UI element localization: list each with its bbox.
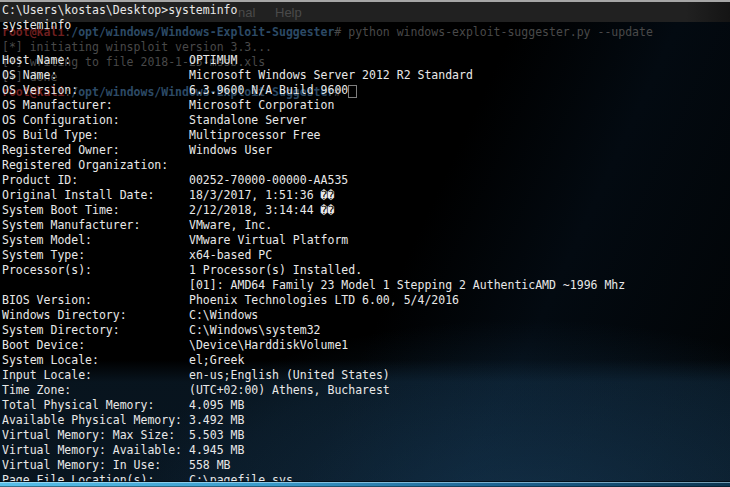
systeminfo-row: Available Physical Memory:3.492 MB xyxy=(2,413,625,428)
systeminfo-value: 558 MB xyxy=(189,458,231,473)
systeminfo-row: Virtual Memory: In Use:558 MB xyxy=(2,458,625,473)
systeminfo-value: C:\Windows xyxy=(189,308,258,323)
systeminfo-value: VMware Virtual Platform xyxy=(189,233,348,248)
systeminfo-label: OS Configuration: xyxy=(2,113,189,128)
systeminfo-label: Registered Organization: xyxy=(2,158,189,173)
systeminfo-row: OS Manufacturer:Microsoft Corporation xyxy=(2,98,625,113)
systeminfo-label: System Boot Time: xyxy=(2,203,189,218)
systeminfo-label: Virtual Memory: In Use: xyxy=(2,458,189,473)
systeminfo-row: Registered Owner:Windows User xyxy=(2,143,625,158)
command-echo: systeminfo xyxy=(2,18,71,33)
systeminfo-label: System Locale: xyxy=(2,353,189,368)
systeminfo-row: Host Name:OPTIMUM xyxy=(2,53,625,68)
systeminfo-row: Boot Device:\Device\HarddiskVolume1 xyxy=(2,338,625,353)
systeminfo-label: Input Locale: xyxy=(2,368,189,383)
systeminfo-label: OS Build Type: xyxy=(2,128,189,143)
systeminfo-label: Original Install Date: xyxy=(2,188,189,203)
systeminfo-value: Phoenix Technologies LTD 6.00, 5/4/2016 xyxy=(189,293,459,308)
systeminfo-row: Total Physical Memory:4.095 MB xyxy=(2,398,625,413)
systeminfo-row: System Manufacturer:VMware, Inc. xyxy=(2,218,625,233)
systeminfo-label: OS Version: xyxy=(2,83,189,98)
systeminfo-row: Virtual Memory: Available:4.945 MB xyxy=(2,443,625,458)
systeminfo-value: 4.945 MB xyxy=(189,443,244,458)
systeminfo-label: System Manufacturer: xyxy=(2,218,189,233)
systeminfo-label: Virtual Memory: Max Size: xyxy=(2,428,189,443)
systeminfo-value: (UTC+02:00) Athens, Bucharest xyxy=(189,383,390,398)
systeminfo-value: Microsoft Windows Server 2012 R2 Standar… xyxy=(189,68,473,83)
systeminfo-label: System Directory: xyxy=(2,323,189,338)
systeminfo-row: OS Configuration:Standalone Server xyxy=(2,113,625,128)
systeminfo-value: 3.492 MB xyxy=(189,413,244,428)
systeminfo-value: Microsoft Corporation xyxy=(189,98,334,113)
systeminfo-row: System Locale:el;Greek xyxy=(2,353,625,368)
systeminfo-row: System Directory:C:\Windows\system32 xyxy=(2,323,625,338)
systeminfo-value: 2/12/2018, 3:14:44 �� xyxy=(189,203,334,218)
systeminfo-value: OPTIMUM xyxy=(189,53,237,68)
systeminfo-row: OS Version:6.3.9600 N/A Build 9600 xyxy=(2,83,625,98)
systeminfo-value: [01]: AMD64 Family 23 Model 1 Stepping 2… xyxy=(189,278,625,293)
systeminfo-row: Time Zone:(UTC+02:00) Athens, Bucharest xyxy=(2,383,625,398)
systeminfo-label: System Type: xyxy=(2,248,189,263)
systeminfo-value: 5.503 MB xyxy=(189,428,244,443)
systeminfo-row: BIOS Version:Phoenix Technologies LTD 6.… xyxy=(2,293,625,308)
systeminfo-row: Processor(s):1 Processor(s) Installed. xyxy=(2,263,625,278)
systeminfo-label: Product ID: xyxy=(2,173,189,188)
systeminfo-label: Time Zone: xyxy=(2,383,189,398)
systeminfo-label: OS Manufacturer: xyxy=(2,98,189,113)
systeminfo-label: Total Physical Memory: xyxy=(2,398,189,413)
systeminfo-label: OS Name: xyxy=(2,68,189,83)
systeminfo-row: System Type:x64-based PC xyxy=(2,248,625,263)
systeminfo-label: Registered Owner: xyxy=(2,143,189,158)
systeminfo-label xyxy=(2,278,189,293)
foreground-terminal[interactable]: C:\Users\kostas\Desktop>systeminfo syste… xyxy=(0,0,730,487)
systeminfo-value: Windows User xyxy=(189,143,272,158)
systeminfo-row: Virtual Memory: Max Size:5.503 MB xyxy=(2,428,625,443)
systeminfo-value: 6.3.9600 N/A Build 9600 xyxy=(189,83,348,98)
systeminfo-row: Registered Organization: xyxy=(2,158,625,173)
systeminfo-value: Multiprocessor Free xyxy=(189,128,321,143)
systeminfo-label: Processor(s): xyxy=(2,263,189,278)
systeminfo-value: \Device\HarddiskVolume1 xyxy=(189,338,348,353)
systeminfo-value: en-us;English (United States) xyxy=(189,368,390,383)
systeminfo-row: OS Name:Microsoft Windows Server 2012 R2… xyxy=(2,68,625,83)
systeminfo-label: Windows Directory: xyxy=(2,308,189,323)
systeminfo-row: OS Build Type:Multiprocessor Free xyxy=(2,128,625,143)
systeminfo-value: C:\Windows\system32 xyxy=(189,323,321,338)
systeminfo-label: BIOS Version: xyxy=(2,293,189,308)
systeminfo-value: x64-based PC xyxy=(189,248,272,263)
window-edge-highlight xyxy=(0,482,730,487)
systeminfo-row: Input Locale:en-us;English (United State… xyxy=(2,368,625,383)
systeminfo-row: Windows Directory:C:\Windows xyxy=(2,308,625,323)
systeminfo-value: 00252-70000-00000-AA535 xyxy=(189,173,348,188)
systeminfo-value: 1 Processor(s) Installed. xyxy=(189,263,362,278)
shell-prompt-line: C:\Users\kostas\Desktop>systeminfo xyxy=(2,3,237,18)
systeminfo-label: Boot Device: xyxy=(2,338,189,353)
desktop: nalHelp root@kali:/opt/windows/Windows-E… xyxy=(0,0,730,487)
systeminfo-value: VMware, Inc. xyxy=(189,218,272,233)
systeminfo-value: Standalone Server xyxy=(189,113,307,128)
systeminfo-value: el;Greek xyxy=(189,353,244,368)
systeminfo-row: System Boot Time:2/12/2018, 3:14:44 �� xyxy=(2,203,625,218)
systeminfo-row: Original Install Date:18/3/2017, 1:51:36… xyxy=(2,188,625,203)
systeminfo-value: 4.095 MB xyxy=(189,398,244,413)
systeminfo-label: Available Physical Memory: xyxy=(2,413,189,428)
systeminfo-row: Product ID:00252-70000-00000-AA535 xyxy=(2,173,625,188)
systeminfo-label: System Model: xyxy=(2,233,189,248)
systeminfo-value: 18/3/2017, 1:51:36 �� xyxy=(189,188,334,203)
systeminfo-label: Host Name: xyxy=(2,53,189,68)
systeminfo-label: Virtual Memory: Available: xyxy=(2,443,189,458)
systeminfo-row: [01]: AMD64 Family 23 Model 1 Stepping 2… xyxy=(2,278,625,293)
systeminfo-output: Host Name:OPTIMUMOS Name:Microsoft Windo… xyxy=(2,53,625,487)
systeminfo-row: System Model:VMware Virtual Platform xyxy=(2,233,625,248)
